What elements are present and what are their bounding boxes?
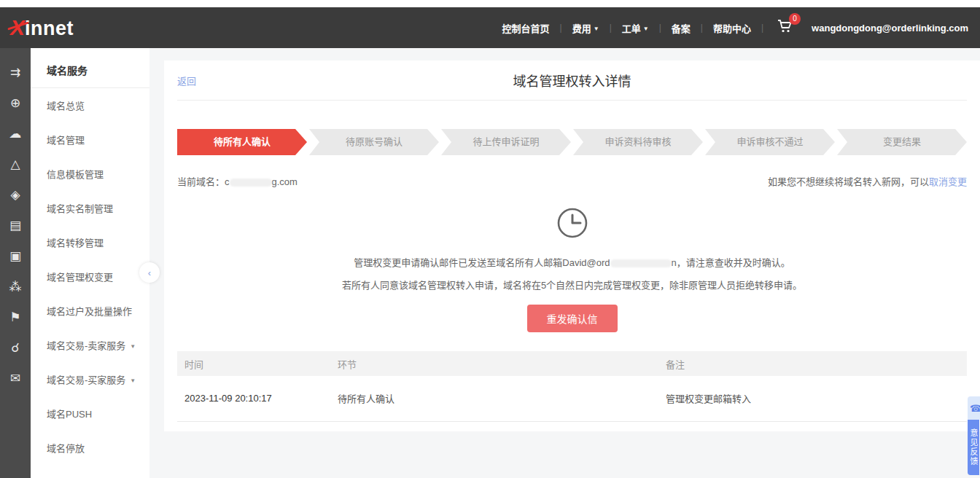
resend-confirmation-button[interactable]: 重发确认信 (527, 305, 618, 332)
top-navigation: 控制台首页 | 费用▼ | 工单▼ | 备案 | 帮助中心 | 0 wangdo… (492, 19, 968, 36)
sidebar-item-ownership-batch[interactable]: 域名过户及批量操作 (31, 294, 149, 328)
redacted-email (610, 259, 672, 267)
nav-item-billing[interactable]: 费用▼ (562, 21, 610, 35)
sidebar: 域名服务 域名总览 域名管理 信息模板管理 域名实名制管理 域名转移管理 域名管… (31, 48, 149, 478)
logo-x: X (10, 15, 25, 40)
sidebar-title: 域名服务 (31, 48, 149, 87)
bar-chart-icon[interactable]: ▣ (0, 240, 31, 271)
feedback-vertical-label: 意见反馈 (968, 420, 979, 475)
column-remark: 备注 (658, 351, 967, 376)
step-change-result: 变更结果 (837, 129, 967, 155)
table-row: 2023-11-09 20:10:17 待所有人确认 管理权变更邮箱转入 (177, 376, 967, 421)
step-appeal-rejected: 申诉审核不通过 (705, 129, 835, 155)
progress-steps: 待所有人确认 待原账号确认 待上传申诉证明 申诉资料待审核 申诉审核不通过 变更… (177, 129, 967, 155)
chevron-down-icon: ▼ (643, 26, 649, 32)
page-title: 域名管理权转入详情 (177, 71, 967, 90)
chevron-left-icon: ‹ (148, 267, 151, 278)
cloud-network-icon[interactable]: ☁ (0, 118, 31, 149)
nav-item-console[interactable]: 控制台首页 (492, 21, 560, 35)
sidebar-collapse-button[interactable]: ‹ (139, 262, 160, 283)
topbar: Xinnet 控制台首页 | 费用▼ | 工单▼ | 备案 | 帮助中心 | 0… (0, 7, 980, 48)
notice-line-1: 管理权变更申请确认邮件已发送至域名所有人邮箱David@ordn，请注意查收并及… (177, 255, 967, 269)
clock-icon (556, 207, 588, 239)
nav-separator: | (761, 23, 763, 33)
sidebar-item-trade-buyer[interactable]: 域名交易-买家服务▼ (31, 362, 149, 396)
search-link-icon[interactable]: ☌ (0, 332, 31, 363)
nav-item-icp[interactable]: 备案 (661, 21, 701, 35)
chevron-down-icon: ▼ (130, 343, 136, 350)
cart-button[interactable]: 0 (777, 19, 793, 36)
sidebar-item-transfer[interactable]: 域名转移管理 (31, 225, 149, 259)
cluster-icon[interactable]: ⁂ (0, 271, 31, 302)
cell-time: 2023-11-09 20:10:17 (177, 376, 330, 421)
cart-count-badge: 0 (789, 13, 801, 25)
sidebar-item-realname[interactable]: 域名实名制管理 (31, 191, 149, 225)
status-block: 管理权变更申请确认邮件已发送至域名所有人邮箱David@ordn，请注意查收并及… (177, 207, 967, 332)
xinnet-logo[interactable]: Xinnet (10, 15, 74, 40)
shield-icon[interactable]: ◈ (0, 179, 31, 210)
feedback-phone-icon: ☎ (968, 396, 980, 420)
cell-stage: 待所有人确认 (330, 376, 658, 421)
chevron-down-icon: ▼ (594, 26, 599, 32)
table-header-row: 时间 环节 备注 (177, 351, 967, 376)
icon-rail: ⇉ ⊕ ☁ △ ◈ ▤ ▣ ⁂ ⚑ ☌ ✉ (0, 48, 31, 478)
collapse-menu-icon[interactable]: ⇉ (0, 57, 31, 87)
sidebar-item-domain-parking[interactable]: 域名停放 (31, 431, 149, 465)
sidebar-item-domain-overview[interactable]: 域名总览 (31, 88, 149, 122)
history-table: 时间 环节 备注 2023-11-09 20:10:17 待所有人确认 管理权变… (177, 351, 967, 422)
globe-icon[interactable]: ⊕ (0, 87, 31, 118)
card-header: 返回 域名管理权转入详情 (177, 60, 967, 101)
chevron-down-icon: ▼ (130, 377, 136, 384)
sidebar-item-info-template[interactable]: 信息模板管理 (31, 157, 149, 191)
browser-top-strip (0, 0, 980, 7)
cancel-change-link[interactable]: 取消变更 (929, 176, 967, 187)
main-area: 返回 域名管理权转入详情 待所有人确认 待原账号确认 待上传申诉证明 申诉资料待… (149, 48, 980, 478)
logo-rest: innet (25, 17, 74, 40)
cancel-hint: 如果您不想继续将域名转入新网，可以取消变更 (768, 174, 967, 188)
cell-remark: 管理权变更邮箱转入 (658, 376, 967, 421)
nav-item-tickets[interactable]: 工单▼ (612, 21, 659, 35)
triangle-icon[interactable]: △ (0, 149, 31, 179)
content-card: 返回 域名管理权转入详情 待所有人确认 待原账号确认 待上传申诉证明 申诉资料待… (164, 60, 980, 431)
sidebar-item-dns-threshold[interactable]: 域名解析阈值管理 (31, 465, 149, 478)
column-stage: 环节 (330, 351, 658, 376)
redacted-domain (230, 179, 272, 187)
nav-item-help[interactable]: 帮助中心 (703, 21, 761, 35)
step-appeal-review: 申诉资料待审核 (573, 129, 703, 155)
step-owner-confirm: 待所有人确认 (177, 129, 307, 155)
account-email[interactable]: wangdongdong@orderlinking.com (812, 23, 968, 34)
sidebar-item-domain-manage[interactable]: 域名管理 (31, 122, 149, 157)
domain-row: 当前域名：cg.com 如果您不想继续将域名转入新网，可以取消变更 (177, 174, 967, 188)
sidebar-item-mgmt-change[interactable]: 域名管理权变更 (31, 259, 149, 294)
mail-inbox-icon[interactable]: ✉ (0, 363, 31, 393)
sidebar-item-trade-seller[interactable]: 域名交易-卖家服务▼ (31, 328, 149, 362)
column-time: 时间 (177, 351, 330, 376)
feedback-widget[interactable]: ☎ 意见反馈 (968, 396, 980, 475)
server-panel-icon[interactable]: ▤ (0, 210, 31, 240)
current-domain: 当前域名：cg.com (177, 174, 298, 188)
step-original-account-confirm: 待原账号确认 (309, 129, 439, 155)
step-upload-appeal-proof: 待上传申诉证明 (441, 129, 571, 155)
flag-icon[interactable]: ⚑ (0, 302, 31, 332)
sidebar-item-domain-push[interactable]: 域名PUSH (31, 396, 149, 431)
notice-line-2: 若所有人同意该域名管理权转入申请，域名将在5个自然日内完成管理权变更，除非原管理… (177, 278, 967, 291)
